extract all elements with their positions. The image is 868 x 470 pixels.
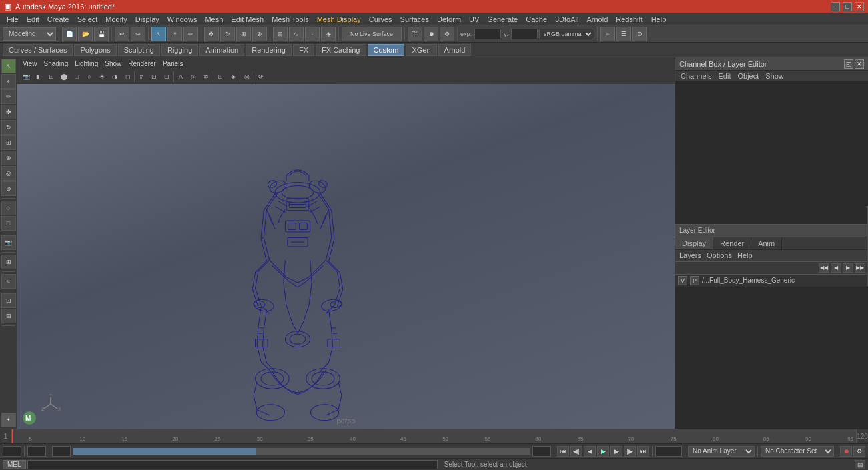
menu-uv[interactable]: UV	[465, 13, 483, 25]
no-live-surface-button[interactable]: No Live Surface	[342, 27, 402, 41]
tab-rigging[interactable]: Rigging	[161, 44, 198, 56]
tool-settings-button[interactable]: ⚙	[632, 27, 647, 41]
render-settings-button[interactable]: ⚙	[440, 27, 454, 41]
viewport-menu-panels[interactable]: Panels	[160, 57, 186, 69]
anim-range-bar[interactable]	[73, 448, 530, 455]
menu-curves[interactable]: Curves	[365, 13, 396, 25]
mel-input[interactable]	[27, 460, 438, 469]
object-menu[interactable]: Object	[735, 72, 761, 80]
menu-mesh[interactable]: Mesh	[201, 13, 227, 25]
vp-dof-btn[interactable]: ◎	[187, 71, 199, 83]
vp-camera-gate-btn[interactable]: ⊡	[148, 71, 160, 83]
lasso-select-button[interactable]: ⌖	[167, 27, 182, 41]
channel-box-button[interactable]: ≡	[600, 27, 615, 41]
ipr-render-button[interactable]: ⏺	[424, 27, 438, 41]
vp-grid-btn[interactable]: #	[135, 71, 147, 83]
help-sub-btn[interactable]: Help	[737, 251, 753, 259]
tab-curves-surfaces[interactable]: Curves / Surfaces	[3, 44, 73, 56]
script-editor-button[interactable]: ▤	[855, 460, 865, 469]
menu-create[interactable]: Create	[43, 13, 73, 25]
tab-animation[interactable]: Animation	[199, 44, 244, 56]
rotate-tool-button[interactable]: ↻	[220, 27, 235, 41]
current-frame-input[interactable]: 1	[3, 446, 21, 457]
attribute-editor-button[interactable]: ☰	[616, 27, 631, 41]
play-prev-key-btn[interactable]: ◀|	[570, 446, 582, 457]
menu-edit-mesh[interactable]: Edit Mesh	[227, 13, 268, 25]
layer-p-btn[interactable]: P	[690, 276, 699, 285]
current-frame-input2[interactable]: 1	[27, 446, 46, 457]
menu-surfaces[interactable]: Surfaces	[396, 13, 433, 25]
show-manip-tool[interactable]: ⊛	[1, 181, 16, 196]
title-bar-controls[interactable]: ─ □ ✕	[831, 2, 864, 11]
lasso-select-tool[interactable]: ⌖	[1, 74, 16, 89]
timeline-track[interactable]: 5 10 15 20 25 30 35 40 45 50 55 60 65 70…	[12, 429, 856, 443]
new-scene-button[interactable]: 📄	[62, 27, 77, 41]
vp-overlay-btn[interactable]: ◈	[227, 71, 239, 83]
play-btn[interactable]: ▶	[597, 446, 609, 457]
vp-light-btn[interactable]: ☀	[96, 71, 108, 83]
menu-3dtoall[interactable]: 3DtoAll	[551, 13, 582, 25]
universal-manip-tool[interactable]: ⊕	[1, 151, 16, 165]
layer-nav-next-next[interactable]: ▶▶	[855, 263, 865, 273]
viewport-menu-show[interactable]: Show	[102, 57, 124, 69]
viewport-menu-renderer[interactable]: Renderer	[125, 57, 159, 69]
anim-curve-tool[interactable]: ≈	[1, 274, 16, 289]
layer-tab-display[interactable]: Display	[675, 237, 713, 249]
layer-nav-next[interactable]: ▶	[843, 263, 853, 273]
vp-smooth-btn[interactable]: ○	[83, 71, 95, 83]
timeline[interactable]: 1 5 10 15 20 25 30 35 40 45 50 55 60 65 …	[0, 429, 868, 443]
menu-help[interactable]: Help	[647, 13, 671, 25]
menu-redshift[interactable]: Redshift	[612, 13, 646, 25]
range-start-input[interactable]: 1	[52, 446, 71, 457]
snap-surface-button[interactable]: ◈	[321, 27, 336, 41]
vp-sync-btn[interactable]: ⟳	[255, 71, 267, 83]
play-last-btn[interactable]: ⏭	[637, 446, 649, 457]
menu-display[interactable]: Display	[131, 13, 163, 25]
menu-modify[interactable]: Modify	[101, 13, 131, 25]
snap-point-button[interactable]: ·	[305, 27, 320, 41]
menu-cache[interactable]: Cache	[522, 13, 551, 25]
menu-generate[interactable]: Generate	[483, 13, 522, 25]
misc-tool1[interactable]: ⊡	[1, 293, 16, 308]
viewport-menu-view[interactable]: View	[20, 57, 40, 69]
maximize-button[interactable]: □	[843, 2, 852, 11]
layer-tab-anim[interactable]: Anim	[751, 237, 782, 249]
layer-visibility-btn[interactable]: V	[678, 276, 687, 285]
vp-isolate-btn[interactable]: ◎	[241, 71, 253, 83]
soft-select-tool[interactable]: ◎	[1, 166, 16, 181]
viewport-menu-lighting[interactable]: Lighting	[72, 57, 101, 69]
circle-select-tool[interactable]: ○	[1, 201, 16, 215]
tab-xgen[interactable]: XGen	[406, 44, 436, 56]
exposure-input[interactable]: 0.00	[474, 29, 501, 39]
scale-tool[interactable]: ⊞	[1, 135, 16, 150]
layer-nav-prev[interactable]: ◀	[831, 263, 841, 273]
undo-button[interactable]: ↩	[115, 27, 129, 41]
menu-select[interactable]: Select	[73, 13, 102, 25]
paint-select-button[interactable]: ✏	[183, 27, 198, 41]
select-tool[interactable]: ↖	[1, 59, 16, 73]
viewport-menu-shading[interactable]: Shading	[41, 57, 71, 69]
snap-curve-button[interactable]: ∿	[289, 27, 304, 41]
vp-resolution-gate-btn[interactable]: ⊟	[161, 71, 173, 83]
auto-key-btn[interactable]: ⏺	[840, 446, 852, 457]
vp-aa-btn[interactable]: A	[175, 71, 187, 83]
close-button[interactable]: ✕	[855, 2, 864, 11]
snap-grid-button[interactable]: ⊞	[273, 27, 288, 41]
menu-edit[interactable]: Edit	[23, 13, 43, 25]
vp-display-mode2[interactable]: ⊞	[45, 71, 57, 83]
menu-arnold[interactable]: Arnold	[582, 13, 612, 25]
play-next-key-btn[interactable]: |▶	[624, 446, 636, 457]
scale-tool-button[interactable]: ⊞	[236, 27, 251, 41]
viewport[interactable]: View Shading Lighting Show Renderer Pane…	[17, 57, 675, 429]
play-prev-btn[interactable]: ◀	[584, 446, 596, 457]
playhead[interactable]	[12, 429, 13, 443]
tab-rendering[interactable]: Rendering	[246, 44, 292, 56]
vp-camera-btn[interactable]: 📷	[20, 71, 32, 83]
layer-tab-render[interactable]: Render	[713, 237, 751, 249]
play-first-btn[interactable]: ⏮	[557, 446, 569, 457]
play-next-btn[interactable]: ▶	[610, 446, 622, 457]
preferences-btn[interactable]: ⚙	[853, 446, 865, 457]
tab-polygons[interactable]: Polygons	[74, 44, 116, 56]
workspace-dropdown[interactable]: Modeling	[3, 27, 56, 41]
color-profile-dropdown[interactable]: sRGB gamma	[539, 29, 594, 39]
